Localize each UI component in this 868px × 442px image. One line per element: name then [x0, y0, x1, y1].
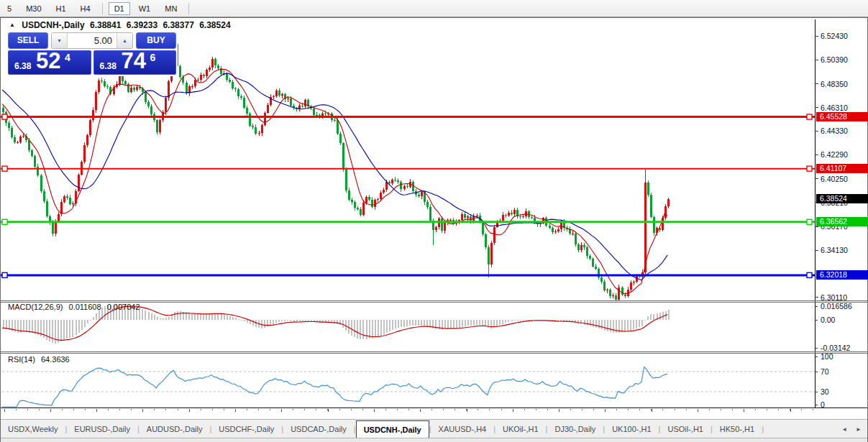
ohlc-open: 6.38841 — [90, 20, 121, 30]
ohlc-low: 6.38377 — [163, 20, 193, 30]
tab-usdcad-daily[interactable]: USDCAD-,Daily — [283, 420, 354, 438]
tab-scroll-arrows: ◄► — [833, 420, 867, 438]
price-tick-label: 6.44330 — [821, 126, 848, 135]
current-price-label: 6.38524 — [816, 194, 868, 203]
status-bar — [1, 438, 867, 442]
macd-indicator-label: MACD(12,26,9) 0.011608 0.007042 — [8, 303, 144, 311]
price-tick-label: 6.30110 — [821, 293, 847, 302]
timeframe-button-h4[interactable]: H4 — [75, 2, 96, 15]
price-tick-label: 6.46310 — [821, 103, 848, 112]
ma-fast-line[interactable] — [2, 69, 667, 293]
buy-price-big-digits: 74 — [122, 48, 146, 74]
tab-uk100-h1[interactable]: UK100-,H1 — [605, 420, 658, 438]
tab-usdx-weekly[interactable]: USDX,Weekly — [1, 420, 65, 438]
buy-price-pip-digit: 6 — [150, 52, 156, 63]
ohlc-close: 6.38524 — [199, 20, 230, 30]
tab-hk50-h1[interactable]: HK50-,H1 — [713, 420, 762, 438]
hline-6.41107[interactable] — [1, 166, 815, 171]
collapse-arrow-icon[interactable]: ▲ — [9, 22, 15, 28]
rsi-indicator-label: RSI(14) 64.3636 — [8, 355, 73, 364]
volume-stepper: ▼ ▲ — [51, 32, 133, 49]
chart-window[interactable]: ▲ USDCNH-,Daily 6.38841 6.39233 6.38377 … — [0, 17, 868, 442]
symbol-period-label: USDCNH-,Daily — [22, 20, 84, 30]
macd-name: MACD(12,26,9) — [8, 303, 63, 311]
hline-6.36562[interactable] — [1, 219, 815, 224]
price-tick-label: 6.50390 — [821, 55, 848, 64]
timeframe-button-d1[interactable]: D1 — [109, 2, 130, 15]
price-tick-label: 6.52430 — [821, 32, 848, 40]
ma-slow-line[interactable] — [2, 73, 667, 280]
pane-frames — [1, 19, 867, 412]
toolbar-separator — [188, 3, 189, 14]
tab-ukoil-h1[interactable]: UKOil-,H1 — [495, 420, 546, 438]
scroll-right-icon[interactable]: ► — [856, 426, 862, 433]
rsi-scale-label: 70 — [821, 367, 829, 376]
tab-xauusd-h4[interactable]: XAUUSD-,H4 — [431, 420, 494, 438]
price-tick-label: 6.48350 — [821, 80, 848, 88]
rsi-scale-label: 100 — [821, 352, 833, 361]
ohlc-high: 6.39233 — [127, 20, 157, 30]
one-click-trading-panel: SELL ▼ ▲ BUY 6.38 52 4 6.38 74 6 — [6, 31, 178, 76]
hline-6.45528[interactable] — [1, 114, 815, 119]
sell-button[interactable]: SELL — [8, 32, 48, 49]
rsi-line — [2, 367, 667, 407]
price-tick-label: 6.42290 — [821, 150, 848, 159]
macd-signal-value: 0.007042 — [107, 303, 140, 311]
tab-usdcnh-daily[interactable]: USDCNH-,Daily — [356, 420, 429, 438]
price-level-label: 6.32018 — [816, 270, 868, 280]
volume-increase-button[interactable]: ▲ — [117, 33, 132, 48]
timeframe-button-h1[interactable]: H1 — [50, 2, 72, 15]
tab-usoil-h1[interactable]: USOil-,H1 — [660, 420, 711, 438]
rsi-name: RSI(14) — [8, 355, 35, 364]
timeframe-button-5[interactable]: 5 — [1, 2, 17, 15]
chart-canvas[interactable] — [1, 18, 867, 442]
mt4-window: 5M30H1H4D1W1MN ▲ USDCNH-,Daily 6.38841 6… — [0, 0, 868, 442]
sell-price-pip-digit: 4 — [65, 52, 70, 63]
volume-input[interactable] — [68, 33, 117, 48]
price-tick-label: 6.34130 — [821, 246, 848, 254]
chart-title: ▲ USDCNH-,Daily 6.38841 6.39233 6.38377 … — [9, 20, 234, 30]
buy-button[interactable]: BUY — [136, 32, 176, 49]
timeframe-button-m30[interactable]: M30 — [20, 2, 47, 15]
price-level-label: 6.36562 — [816, 217, 868, 226]
sell-price-display[interactable]: 6.38 52 4 — [8, 50, 91, 75]
scroll-left-icon[interactable]: ◄ — [841, 426, 847, 433]
tab-eurusd-daily[interactable]: EURUSD-,Daily — [67, 420, 137, 438]
macd-scale-label: -0.03142 — [821, 344, 850, 352]
tab-audusd-daily[interactable]: AUDUSD-,Daily — [140, 420, 210, 438]
price-tick-label: 6.40250 — [821, 175, 848, 183]
timeframe-button-mn[interactable]: MN — [159, 2, 183, 15]
price-level-label: 6.45528 — [816, 112, 868, 121]
timeframe-button-w1[interactable]: W1 — [133, 2, 157, 15]
macd-main-value: 0.011608 — [68, 303, 101, 311]
volume-decrease-button[interactable]: ▼ — [52, 33, 68, 48]
hline-6.32018[interactable] — [1, 272, 815, 277]
sell-price-big-digits: 52 — [36, 48, 60, 74]
sell-price-prefix: 6.38 — [14, 61, 31, 71]
buy-price-display[interactable]: 6.38 74 6 — [93, 50, 177, 75]
macd-scale-label: 0.00 — [821, 316, 835, 324]
rsi-value: 64.3636 — [41, 355, 70, 364]
rsi-scale-label: 30 — [821, 387, 829, 396]
tab-separator: | — [762, 420, 764, 438]
tab-usdchf-daily[interactable]: USDCHF-,Daily — [211, 420, 281, 438]
timeframe-toolbar: 5M30H1H4D1W1MN — [0, 0, 868, 17]
buy-price-prefix: 6.38 — [100, 61, 117, 71]
rsi-scale-label: 0 — [821, 400, 825, 409]
toolbar-separator — [102, 3, 103, 14]
price-level-label: 6.41107 — [816, 164, 868, 173]
tab-dj30-daily[interactable]: DJ30-,Daily — [547, 420, 603, 438]
macd-scale-label: 0.016586 — [821, 302, 852, 310]
chart-tabs-bar: USDX,Weekly|EURUSD-,Daily|AUDUSD-,Daily|… — [1, 419, 867, 438]
